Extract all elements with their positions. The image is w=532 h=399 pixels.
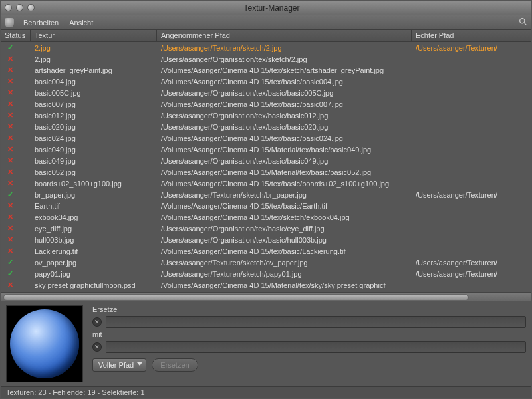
table-body[interactable]: ✓2.jpg/Users/asanger/Texturen/sketch/2.j… <box>1 42 531 292</box>
table-row[interactable]: ✕artshader_greyPaint.jpg/Volumes/Asanger… <box>1 65 531 76</box>
status-cell: ✕ <box>1 168 31 176</box>
assumed-path-cell: /Volumes/Asanger/Cinema 4D 15/Material/t… <box>157 168 412 176</box>
cross-icon: ✕ <box>7 77 13 86</box>
clear-replace-button[interactable]: ✕ <box>92 317 102 327</box>
table-row[interactable]: ✕basic004.jpg/Volumes/Asanger/Cinema 4D … <box>1 76 531 87</box>
svg-line-1 <box>524 23 526 25</box>
table-row[interactable]: ✕basic024.jpg/Volumes/Asanger/Cinema 4D … <box>1 132 531 144</box>
table-row[interactable]: ✕basic020.jpg/Users/asanger/Organisation… <box>1 121 531 132</box>
titlebar: Textur-Manager <box>1 1 531 15</box>
assumed-path-cell: /Volumes/Asanger/Cinema 4D 15/tex/sketch… <box>157 213 412 221</box>
table-row[interactable]: ✕basic052.jpg/Volumes/Asanger/Cinema 4D … <box>1 166 531 178</box>
status-cell: ✕ <box>1 213 31 221</box>
table-row[interactable]: ✓papy01.jpg/Users/asanger/Texturen/sketc… <box>1 268 531 279</box>
real-path-cell: /Users/asanger/Texturen/ <box>412 44 531 52</box>
table-row[interactable]: ✕sky preset graphicfullmoon.psd/Volumes/… <box>1 279 531 291</box>
real-path-cell: /Users/asanger/Texturen/ <box>412 259 531 267</box>
status-cell: ✕ <box>1 77 31 86</box>
replace-input[interactable] <box>106 316 526 328</box>
texture-cell: basic004.jpg <box>31 78 157 86</box>
cross-icon: ✕ <box>7 213 13 221</box>
assumed-path-cell: /Users/asanger/Organisation/tex/basic/ey… <box>157 225 412 233</box>
check-icon: ✓ <box>7 258 13 267</box>
texture-cell: basic012.jpg <box>31 112 157 120</box>
texture-cell: sky preset graphicfullmoon.psd <box>31 281 157 289</box>
col-texture[interactable]: Textur <box>31 30 157 41</box>
assumed-path-cell: /Users/asanger/Texturen/sketch/2.jpg <box>157 44 412 52</box>
table-row[interactable]: ✕basic012.jpg/Users/asanger/Organisation… <box>1 110 531 121</box>
texture-cell: artshader_greyPaint.jpg <box>31 66 157 74</box>
cross-icon: ✕ <box>7 168 13 176</box>
table-row[interactable]: ✕boards+02_s100+g100.jpg/Volumes/Asanger… <box>1 178 531 189</box>
table-row[interactable]: ✕basic005C.jpg/Users/asanger/Organisatio… <box>1 87 531 98</box>
replace-button[interactable]: Ersetzen <box>152 358 198 372</box>
svg-point-0 <box>520 18 525 23</box>
table-row[interactable]: ✕Lackierung.tif/Volumes/Asanger/Cinema 4… <box>1 245 531 257</box>
table-row[interactable]: ✕eye_diff.jpg/Users/asanger/Organisation… <box>1 223 531 234</box>
status-cell: ✕ <box>1 224 31 233</box>
assumed-path-cell: /Users/asanger/Organisation/tex/basic/hu… <box>157 236 412 244</box>
assumed-path-cell: /Volumes/Asanger/Cinema 4D 15/tex/basic/… <box>157 134 412 142</box>
assumed-path-cell: /Volumes/Asanger/Cinema 4D 15/tex/basic/… <box>157 100 412 108</box>
cross-icon: ✕ <box>7 66 13 74</box>
status-cell: ✕ <box>1 281 31 289</box>
with-input[interactable] <box>106 341 526 353</box>
texture-cell: 2.jpg <box>31 55 157 63</box>
col-status[interactable]: Status <box>1 30 31 41</box>
col-assumed[interactable]: Angenommener Pfad <box>157 30 412 41</box>
assumed-path-cell: /Users/asanger/Texturen/sketch/papy01.jp… <box>157 270 412 278</box>
table-row[interactable]: ✓2.jpg/Users/asanger/Texturen/sketch/2.j… <box>1 42 531 53</box>
status-cell: ✕ <box>1 111 31 120</box>
status-cell: ✕ <box>1 66 31 74</box>
table-row[interactable]: ✓ov_paper.jpg/Users/asanger/Texturen/ske… <box>1 257 531 268</box>
assumed-path-cell: /Volumes/Asanger/Cinema 4D 15/tex/sketch… <box>157 66 412 74</box>
cross-icon: ✕ <box>7 145 13 154</box>
texture-cell: br_paper.jpg <box>31 191 157 199</box>
replace-label: Ersetze <box>92 305 526 313</box>
horizontal-scrollbar[interactable] <box>1 292 531 301</box>
clear-with-button[interactable]: ✕ <box>92 342 102 352</box>
status-cell: ✕ <box>1 156 31 165</box>
assumed-path-cell: /Volumes/Asanger/Cinema 4D 15/tex/basic/… <box>157 247 412 255</box>
assumed-path-cell: /Users/asanger/Texturen/sketch/ov_paper.… <box>157 259 412 267</box>
status-cell: ✕ <box>1 247 31 255</box>
real-path-cell: /Users/asanger/Texturen/ <box>412 270 531 278</box>
cross-icon: ✕ <box>7 111 13 120</box>
menu-view[interactable]: Ansicht <box>64 15 98 30</box>
menu-edit[interactable]: Bearbeiten <box>18 15 64 30</box>
table-row[interactable]: ✕exbook04.jpg/Volumes/Asanger/Cinema 4D … <box>1 211 531 223</box>
cross-icon: ✕ <box>7 122 13 131</box>
table-row[interactable]: ✕basic049.jpg/Users/asanger/Organisation… <box>1 155 531 166</box>
path-mode-value: Voller Pfad <box>98 361 134 369</box>
table-row[interactable]: ✕Earth.tif/Volumes/Asanger/Cinema 4D 15/… <box>1 200 531 211</box>
texture-cell: basic020.jpg <box>31 123 157 131</box>
table-row[interactable]: ✕basic049.jpg/Volumes/Asanger/Cinema 4D … <box>1 144 531 155</box>
assumed-path-cell: /Users/asanger/Organisation/tex/basic/ba… <box>157 157 412 165</box>
cross-icon: ✕ <box>7 134 13 142</box>
path-mode-select[interactable]: Voller Pfad <box>92 358 146 372</box>
cross-icon: ✕ <box>7 88 13 97</box>
cross-icon: ✕ <box>7 55 13 63</box>
close-icon[interactable] <box>5 4 12 11</box>
search-icon[interactable] <box>519 17 527 28</box>
table-row[interactable]: ✓br_paper.jpg/Users/asanger/Texturen/ske… <box>1 189 531 200</box>
assumed-path-cell: /Users/asanger/Organisation/tex/basic/ba… <box>157 123 412 131</box>
status-cell: ✕ <box>1 179 31 188</box>
table-row[interactable]: ✕hull003b.jpg/Users/asanger/Organisation… <box>1 234 531 245</box>
assumed-path-cell: /Users/asanger/Organisation/tex/sketch/2… <box>157 55 412 63</box>
window-title: Textur-Manager <box>16 3 527 13</box>
texture-cell: boards+02_s100+g100.jpg <box>31 180 157 188</box>
col-real[interactable]: Echter Pfad <box>412 30 531 41</box>
bottom-panel: Ersetze ✕ mit ✕ Voller Pfad Ersetzen <box>1 301 531 386</box>
table-row[interactable]: ✕2.jpg/Users/asanger/Organisation/tex/sk… <box>1 53 531 65</box>
status-cell: ✕ <box>1 134 31 142</box>
scrollbar-thumb[interactable] <box>3 294 469 301</box>
check-icon: ✓ <box>7 269 13 278</box>
texture-cell: basic052.jpg <box>31 168 157 176</box>
table-row[interactable]: ✕basic007.jpg/Volumes/Asanger/Cinema 4D … <box>1 98 531 110</box>
status-cell: ✓ <box>1 190 31 199</box>
status-cell: ✕ <box>1 100 31 108</box>
status-bar: Texturen: 23 - Fehlende: 19 - Selektiert… <box>1 386 531 398</box>
cross-icon: ✕ <box>7 224 13 233</box>
cross-icon: ✕ <box>7 100 13 108</box>
